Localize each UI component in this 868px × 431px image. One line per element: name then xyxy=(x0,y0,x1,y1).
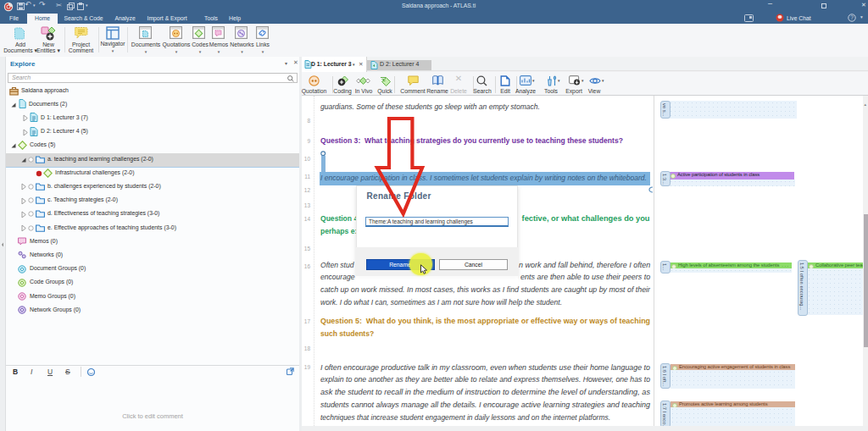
svg-text:?: ? xyxy=(850,14,854,20)
